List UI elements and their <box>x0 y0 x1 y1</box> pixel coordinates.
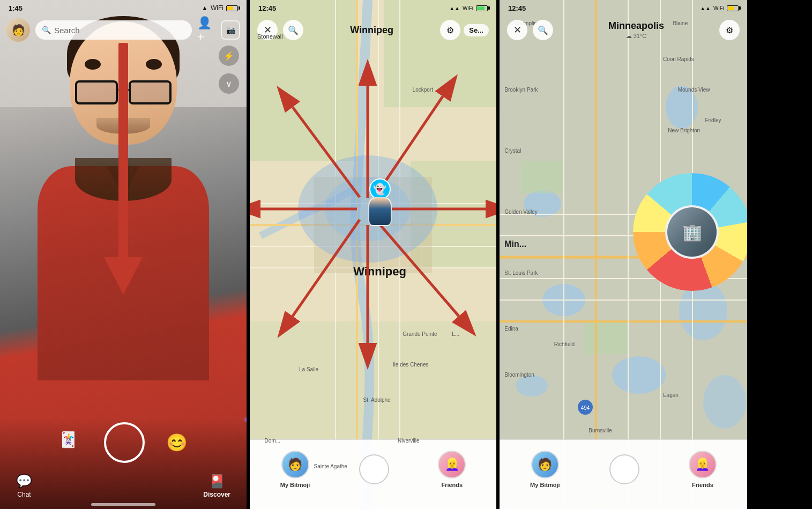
status-icons: ▲ WiFi <box>202 4 238 12</box>
friends-nav[interactable]: 👱‍♀️ Friends <box>438 451 466 488</box>
winnipeg-city-label: Winnipeg <box>353 265 406 279</box>
friends-avatar: 👱‍♀️ <box>438 451 466 478</box>
place-ile-des-chenes: Ile des Chenes <box>393 362 429 368</box>
memories-dot <box>244 417 247 422</box>
wifi-icon-2: WiFi <box>463 5 473 11</box>
mpls-my-bitmoji-nav[interactable]: 🧑 My Bitmoji <box>530 451 560 488</box>
map-search-button[interactable]: 🔍 <box>283 20 303 40</box>
camera-switch-button[interactable]: 📷 <box>221 20 240 40</box>
center-nav[interactable] <box>360 455 388 483</box>
map-bottom-nav-3: 🧑 My Bitmoji 👱‍♀️ Friends <box>500 439 747 509</box>
shutter-row: 🃏 😊 <box>59 422 188 463</box>
status-time-3: 12:45 <box>508 4 526 12</box>
mpls-my-bitmoji-avatar: 🧑 <box>531 451 559 478</box>
place-coon-rapids: Coon Rapids <box>663 56 694 62</box>
signal-icon: ▲ <box>202 4 208 12</box>
mpls-center-button[interactable] <box>610 455 638 483</box>
place-la-salle: La Salle <box>299 366 318 372</box>
map-bottom-nav-2: 🧑 My Bitmoji 👱‍♀️ Friends <box>250 439 496 509</box>
memories-icon: 🃏 <box>59 431 78 448</box>
chat-icon: 💬 <box>16 474 32 489</box>
place-brooklyn-park: Brooklyn Park <box>504 87 538 93</box>
heatmap-circle[interactable]: 🏢 <box>633 173 747 291</box>
wifi-icon: WiFi <box>211 4 224 12</box>
my-bitmoji-avatar: 🧑 <box>281 451 309 478</box>
shutter-button[interactable] <box>104 422 145 463</box>
battery-icon-2 <box>476 5 488 11</box>
my-bitmoji-nav[interactable]: 🧑 My Bitmoji <box>280 451 310 488</box>
map-settings-button[interactable]: ⚙ <box>440 20 460 40</box>
mpls-close-button[interactable]: ✕ <box>507 20 527 40</box>
chat-label: Chat <box>17 491 31 498</box>
red-arrow-down <box>104 43 143 295</box>
place-l: L... <box>452 331 459 337</box>
winnipeg-map-panel: Lockport Grande Pointe La Salle Ile des … <box>250 0 496 509</box>
place-mounds-view: Mounds View <box>678 87 710 93</box>
camera-bottom: 🃏 😊 💬 Chat 🎴 Discover <box>0 418 247 509</box>
status-bar-2: 12:45 ▲▲ WiFi <box>250 0 496 16</box>
mpls-friends-nav[interactable]: 👱‍♀️ Friends <box>689 451 717 488</box>
face-lens-button[interactable]: 😊 <box>166 432 188 453</box>
search-bar[interactable]: 🔍 Search <box>35 20 192 40</box>
place-golden-valley: Golden Valley <box>504 209 538 215</box>
flash-button[interactable]: ⚡ <box>219 46 239 66</box>
sel-button[interactable]: Se... <box>464 24 489 36</box>
place-new-brighton: New Brighton <box>668 128 700 133</box>
mpls-city-label: Minneapolis <box>553 20 719 32</box>
signal-icon-3: ▲▲ <box>700 5 711 11</box>
search-icon: 🔍 <box>42 26 51 34</box>
place-minneapolis: Min... <box>504 239 526 249</box>
place-sainte-agathe: Sainte Agathe <box>314 463 347 469</box>
battery-icon <box>226 5 238 11</box>
chat-nav-item[interactable]: 💬 Chat <box>16 474 32 498</box>
place-crystal: Crystal <box>504 148 521 154</box>
place-lockport: Lockport <box>413 87 433 93</box>
svg-text:494: 494 <box>581 405 590 411</box>
bitmoji-on-map <box>368 197 392 226</box>
discover-label: Discover <box>203 491 230 498</box>
status-time: 1:45 <box>9 4 23 12</box>
place-st-louis-park: St. Louis Park <box>504 270 538 276</box>
mpls-search-button[interactable]: 🔍 <box>533 20 553 40</box>
place-grande-pointe: Grande Pointe <box>403 331 437 337</box>
place-fridley: Fridley <box>705 117 721 123</box>
mpls-title-area: Minneapolis ☁ 31°C <box>553 20 719 40</box>
home-indicator <box>91 503 155 506</box>
user-avatar[interactable]: 🧑 <box>6 18 30 42</box>
place-richfield: Richfield <box>554 341 575 347</box>
search-label: Search <box>54 26 80 35</box>
friends-label: Friends <box>441 482 463 488</box>
bottom-nav: 💬 Chat 🎴 Discover <box>0 474 247 498</box>
center-button[interactable] <box>360 455 388 483</box>
battery-icon-3 <box>727 5 739 11</box>
mpls-settings-button[interactable]: ⚙ <box>719 20 740 40</box>
memories-button[interactable]: 🃏 <box>59 431 83 454</box>
mpls-center-nav[interactable] <box>610 455 638 483</box>
status-icons-3: ▲▲ WiFi <box>700 5 739 11</box>
add-friend-button[interactable]: 👤+ <box>197 20 217 40</box>
snapchat-pin: 👻 <box>369 178 391 200</box>
mpls-temp: ☁ 31°C <box>553 33 719 40</box>
mpls-friends-label: Friends <box>692 482 713 488</box>
status-icons-2: ▲▲ WiFi <box>449 5 488 11</box>
place-st-adolphe: St. Adolphe <box>363 397 391 403</box>
more-button[interactable]: ∨ <box>219 73 239 94</box>
location-photo: 🏢 <box>665 205 719 259</box>
place-edina: Edina <box>504 326 518 332</box>
wifi-icon-3: WiFi <box>713 5 724 11</box>
minneapolis-map-panel: 494 Champlin Blaine Coon Rapids Brooklyn… <box>500 0 747 509</box>
camera-controls: ⚡ ∨ <box>219 46 239 94</box>
mpls-friends-avatar: 👱‍♀️ <box>689 451 717 478</box>
status-bar-1: 1:45 ▲ WiFi <box>0 0 247 16</box>
discover-nav-item[interactable]: 🎴 Discover <box>203 474 230 498</box>
map-character: 👻 <box>368 178 392 226</box>
discover-icon: 🎴 <box>209 474 225 489</box>
place-burnsville: Burnsville <box>588 428 612 433</box>
place-bloomington: Bloomington <box>504 372 534 378</box>
my-bitmoji-label: My Bitmoji <box>280 482 310 488</box>
map-title-2: Winnipeg <box>303 25 440 36</box>
place-dom: Dom... <box>265 438 280 444</box>
signal-icon-2: ▲▲ <box>449 5 460 11</box>
place-eagan: Eagan <box>663 392 679 398</box>
camera-panel: 1:45 ▲ WiFi 🧑 🔍 Search 👤+ 📷 ⚡ ∨ <box>0 0 247 509</box>
